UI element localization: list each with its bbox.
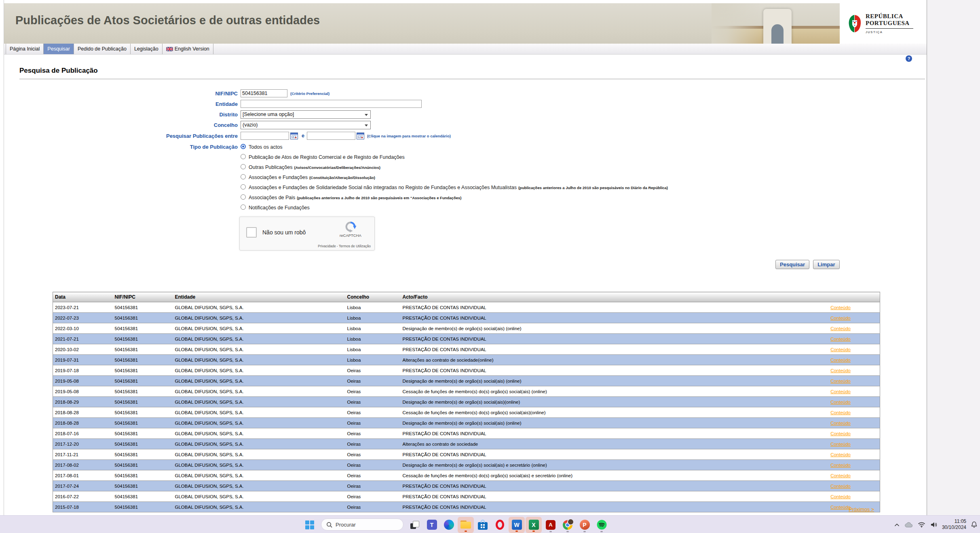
radio-option-outras-publicacoes[interactable]: Outras Publicações(Avisos/Convocatórias/… xyxy=(241,162,668,172)
table-row: 2017-07-24504156381GLOBAL DIFUSION, SGPS… xyxy=(53,481,880,491)
onedrive-cloud-icon[interactable] xyxy=(904,522,913,528)
radio-option-atos-registo-comercial-e-fundacoes[interactable]: Publicação de Atos de Registo Comercial … xyxy=(241,152,668,162)
wifi-icon[interactable] xyxy=(918,521,925,528)
content-link[interactable]: Conteúdo xyxy=(830,379,851,383)
content-link[interactable]: Conteúdo xyxy=(830,463,851,468)
entidade-label: Entidade xyxy=(4,101,241,107)
powerpoint-button[interactable]: P xyxy=(577,517,593,533)
table-cell: Lisboa xyxy=(345,355,401,365)
next-page-link[interactable]: Próximos > xyxy=(849,507,874,512)
tray-clock[interactable]: 11:05 30/10/2024 xyxy=(942,518,966,531)
tray-expand-chevron-icon[interactable] xyxy=(894,522,900,527)
file-explorer-button[interactable] xyxy=(458,517,474,533)
radio-icon[interactable] xyxy=(241,174,246,179)
tab-pagina-inicial[interactable]: Página Inicial xyxy=(6,44,44,54)
screen: Publicações de Atos Societários e de out… xyxy=(0,0,980,533)
table-row: 2018-08-28504156381GLOBAL DIFUSION, SGPS… xyxy=(53,407,880,418)
radio-option-notificacoes-de-fundacoes[interactable]: Notificações de Fundações xyxy=(241,202,668,212)
calendar-icon[interactable] xyxy=(290,133,298,139)
radio-selected-icon[interactable] xyxy=(241,144,246,149)
copilot-button[interactable] xyxy=(441,517,457,533)
content-link[interactable]: Conteúdo xyxy=(830,326,851,331)
tab-english-version[interactable]: English Version xyxy=(163,44,213,54)
table-cell-content-link: Conteúdo xyxy=(821,439,880,449)
content-link[interactable]: Conteúdo xyxy=(830,484,851,489)
content-link[interactable]: Conteúdo xyxy=(830,442,851,447)
windows-logo-icon xyxy=(305,520,314,529)
table-cell: 2023-07-21 xyxy=(53,302,113,313)
radio-icon[interactable] xyxy=(241,204,246,210)
radio-icon[interactable] xyxy=(241,164,246,169)
table-cell: GLOBAL DIFUSION, SGPS, S.A. xyxy=(173,313,345,323)
content-link[interactable]: Conteúdo xyxy=(830,347,851,352)
tab-pesquisar[interactable]: Pesquisar xyxy=(44,44,74,54)
opera-button[interactable] xyxy=(492,517,508,533)
content-link[interactable]: Conteúdo xyxy=(830,400,851,404)
content-link[interactable]: Conteúdo xyxy=(830,358,851,362)
copilot-icon xyxy=(444,520,454,530)
content-link[interactable]: Conteúdo xyxy=(830,410,851,415)
content-link[interactable]: Conteúdo xyxy=(830,494,851,499)
table-cell: Lisboa xyxy=(345,334,401,344)
nif-input[interactable] xyxy=(241,89,287,97)
volume-icon[interactable] xyxy=(930,521,938,528)
teams-button[interactable]: T xyxy=(424,517,440,533)
date-from-input[interactable] xyxy=(241,132,289,140)
recaptcha-links[interactable]: Privacidade - Termos de Utilização xyxy=(318,244,371,248)
content-link[interactable]: Conteúdo xyxy=(830,305,851,310)
radio-icon[interactable] xyxy=(241,194,246,200)
radio-option-associacoes-fundacoes-solidariedade-social[interactable]: Associações e Fundações de Solidariedade… xyxy=(241,182,668,192)
column-header: Acto/Facto xyxy=(401,292,821,302)
tab-pedido-de-publicacao[interactable]: Pedido de Publicação xyxy=(74,44,131,54)
logo-line1: REPÚBLICA xyxy=(866,13,913,20)
notification-bell-icon[interactable] xyxy=(971,521,978,528)
content-link[interactable]: Conteúdo xyxy=(830,389,851,394)
content-link[interactable]: Conteúdo xyxy=(830,452,851,457)
table-cell: GLOBAL DIFUSION, SGPS, S.A. xyxy=(173,449,345,460)
acrobat-button[interactable]: A xyxy=(543,517,559,533)
concelho-select[interactable]: (vazio) xyxy=(241,121,371,129)
radio-icon[interactable] xyxy=(241,154,246,159)
content-link[interactable]: Conteúdo xyxy=(830,431,851,436)
table-cell: GLOBAL DIFUSION, SGPS, S.A. xyxy=(173,460,345,470)
table-cell: PRESTAÇÃO DE CONTAS INDIVIDUAL xyxy=(401,365,821,376)
radio-option-label: Outras Publicações(Avisos/Convocatórias/… xyxy=(249,163,380,171)
tab-label: Pesquisar xyxy=(47,46,70,52)
calendar-icon[interactable] xyxy=(357,133,364,139)
page-right-border xyxy=(927,0,927,515)
table-cell: Oeiras xyxy=(345,439,401,449)
entidade-input[interactable] xyxy=(241,100,422,108)
word-button[interactable]: W xyxy=(509,517,525,533)
radio-icon[interactable] xyxy=(241,184,246,190)
recaptcha-checkbox[interactable] xyxy=(246,227,257,238)
distrito-select[interactable]: [Selecione uma opção] xyxy=(241,110,371,119)
content-link[interactable]: Conteúdo xyxy=(830,473,851,478)
concelho-selected-value: (vazio) xyxy=(243,122,258,128)
search-button[interactable]: Pesquisar xyxy=(775,260,809,269)
start-button[interactable] xyxy=(302,517,318,533)
taskbar-search[interactable]: Procurar xyxy=(321,518,403,531)
content-link[interactable]: Conteúdo xyxy=(830,421,851,426)
radio-option-label: Publicação de Atos de Registo Comercial … xyxy=(249,153,405,160)
content-link[interactable]: Conteúdo xyxy=(830,337,851,341)
nif-label: NIF/NIPC xyxy=(4,91,241,97)
tipo-label: Tipo de Publicação xyxy=(4,141,241,150)
chrome-button[interactable] xyxy=(560,517,576,533)
date-to-input[interactable] xyxy=(307,132,355,140)
table-cell: GLOBAL DIFUSION, SGPS, S.A. xyxy=(173,491,345,502)
spotify-button[interactable] xyxy=(593,517,610,533)
excel-button[interactable]: X xyxy=(526,517,542,533)
task-view-button[interactable] xyxy=(407,517,423,533)
table-row: 2019-05-08504156381GLOBAL DIFUSION, SGPS… xyxy=(53,376,880,386)
radio-option-associacoes-e-fundacoes[interactable]: Associações e Fundações(Constituição/Alt… xyxy=(241,172,668,182)
chevron-down-icon xyxy=(365,124,368,126)
tab-legislacao[interactable]: Legislação xyxy=(131,44,163,54)
nav-tabs: Página InicialPesquisarPedido de Publica… xyxy=(4,44,927,55)
radio-option-associacoes-de-pais[interactable]: Associações de Pais(publicações anterior… xyxy=(241,192,668,202)
radio-option-todos-os-actos[interactable]: Todos os actos xyxy=(241,141,668,152)
content-link[interactable]: Conteúdo xyxy=(830,368,851,373)
clear-button[interactable]: Limpar xyxy=(813,260,839,269)
content-link[interactable]: Conteúdo xyxy=(830,316,851,320)
microsoft-store-button[interactable] xyxy=(475,517,491,533)
help-icon[interactable]: ? xyxy=(906,55,912,62)
